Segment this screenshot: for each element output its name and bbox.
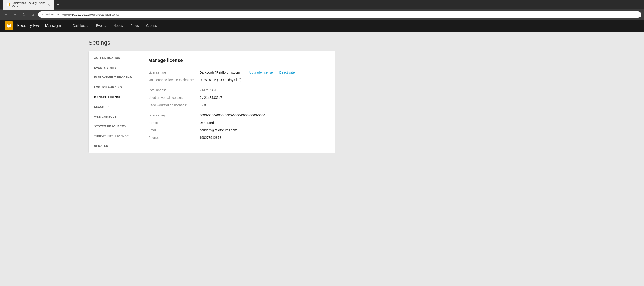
gap1b bbox=[200, 84, 327, 86]
used-workstation-value: 0 / 0 bbox=[200, 101, 327, 109]
warning-icon: ⚠ bbox=[42, 13, 44, 16]
maintenance-exp-value: 2075-04-05 (19999 days left) bbox=[200, 76, 327, 84]
sidebar-item-web-console[interactable]: WEB CONSOLE bbox=[89, 112, 140, 122]
sidebar-item-manage-license[interactable]: MANAGE LICENSE bbox=[89, 92, 140, 102]
gap2b bbox=[200, 109, 327, 112]
page-title: Settings bbox=[88, 39, 644, 46]
settings-container: AUTHENTICATION EVENTS LIMITS IMPROVEMENT… bbox=[88, 51, 335, 153]
license-type-label: License type: bbox=[148, 69, 200, 76]
sidebar-item-log-forwarding[interactable]: LOG FORWARDING bbox=[89, 82, 140, 92]
email-value: darklord@raidforums.com bbox=[200, 126, 327, 134]
main-content: Settings AUTHENTICATION EVENTS LIMITS IM… bbox=[0, 32, 644, 160]
close-tab-button[interactable]: ✕ bbox=[48, 3, 50, 6]
refresh-button[interactable]: ↻ bbox=[20, 11, 27, 18]
nav-events[interactable]: Events bbox=[92, 20, 110, 32]
security-warning: ⚠ Not secure bbox=[42, 13, 59, 16]
gap1 bbox=[148, 84, 200, 86]
active-tab[interactable]: SolarWinds Security Event Mana... ✕ bbox=[3, 0, 54, 10]
sidebar-item-threat-intelligence[interactable]: THREAT INTELLIGENCE bbox=[89, 131, 140, 141]
url-host: 10.211.55.16 bbox=[72, 13, 89, 16]
url-path: /webui/settings/license bbox=[89, 13, 120, 16]
nav-dashboard[interactable]: Dashboard bbox=[69, 20, 92, 32]
used-universal-label: Used universal licenses: bbox=[148, 94, 200, 101]
forward-button[interactable]: → bbox=[12, 11, 18, 18]
used-universal-value: 0 / 2147483647 bbox=[200, 94, 327, 101]
email-label: Email: bbox=[148, 126, 200, 134]
license-type-value: DarkLord@Raidforums.com Upgrade license … bbox=[200, 69, 327, 76]
url-display: https://10.211.55.16/webui/settings/lice… bbox=[62, 13, 120, 16]
settings-sidebar: AUTHENTICATION EVENTS LIMITS IMPROVEMENT… bbox=[89, 51, 140, 153]
link-separator: | bbox=[276, 70, 276, 74]
maintenance-exp-label: Maintenance license expiration: bbox=[148, 76, 200, 84]
app-title: Security Event Manager bbox=[17, 23, 62, 28]
sidebar-item-improvement-program[interactable]: IMPROVEMENT PROGRAM bbox=[89, 73, 140, 82]
gap2 bbox=[148, 109, 200, 112]
used-workstation-label: Used workstation licenses: bbox=[148, 101, 200, 109]
phone-label: Phone: bbox=[148, 134, 200, 141]
url-protocol: https:// bbox=[62, 13, 72, 16]
app-logo bbox=[5, 22, 13, 30]
settings-main-panel: Manage license License type: DarkLord@Ra… bbox=[140, 51, 335, 153]
license-key-label: License key: bbox=[148, 112, 200, 119]
license-key-value: 0000-0000-0000-0000-0000-0000-0000-0000 bbox=[200, 112, 327, 119]
total-nodes-value: 2147483647 bbox=[200, 86, 327, 94]
sidebar-item-events-limits[interactable]: EVENTS LIMITS bbox=[89, 63, 140, 73]
sidebar-item-security[interactable]: SECURITY bbox=[89, 102, 140, 112]
tab-favicon bbox=[6, 3, 10, 6]
license-info-grid: License type: DarkLord@Raidforums.com Up… bbox=[148, 69, 327, 141]
sidebar-item-authentication[interactable]: AUTHENTICATION bbox=[89, 53, 140, 63]
license-type-text: DarkLord@Raidforums.com bbox=[200, 70, 240, 74]
phone-value: 198273912873 bbox=[200, 134, 327, 141]
license-actions: Upgrade license | Deactivate bbox=[249, 70, 295, 74]
svg-rect-0 bbox=[7, 4, 9, 6]
browser-navbar: ← → ↻ ⌂ ⚠ Not secure | https://10.211.55… bbox=[0, 9, 644, 20]
back-button[interactable]: ← bbox=[3, 11, 9, 18]
total-nodes-label: Total nodes: bbox=[148, 86, 200, 94]
address-separator: | bbox=[60, 13, 61, 16]
home-button[interactable]: ⌂ bbox=[29, 11, 36, 18]
deactivate-link[interactable]: Deactivate bbox=[280, 70, 295, 74]
sidebar-item-updates[interactable]: UPDATES bbox=[89, 141, 140, 151]
upgrade-license-link[interactable]: Upgrade license bbox=[249, 70, 273, 74]
nav-nodes[interactable]: Nodes bbox=[110, 20, 126, 32]
app-navbar: Security Event Manager Dashboard Events … bbox=[0, 20, 644, 32]
tab-title: SolarWinds Security Event Mana... bbox=[12, 2, 46, 8]
name-value: Dark Lord bbox=[200, 119, 327, 126]
nav-groups[interactable]: Groups bbox=[142, 20, 161, 32]
address-bar[interactable]: ⚠ Not secure | https://10.211.55.16/webu… bbox=[38, 12, 641, 18]
new-tab-button[interactable]: + bbox=[57, 2, 59, 7]
nav-rules[interactable]: Rules bbox=[127, 20, 142, 32]
name-label: Name: bbox=[148, 119, 200, 126]
browser-tab-bar: SolarWinds Security Event Mana... ✕ + bbox=[0, 0, 644, 9]
section-title: Manage license bbox=[148, 58, 327, 63]
sidebar-item-system-resources[interactable]: SYSTEM RESOURCES bbox=[89, 122, 140, 131]
